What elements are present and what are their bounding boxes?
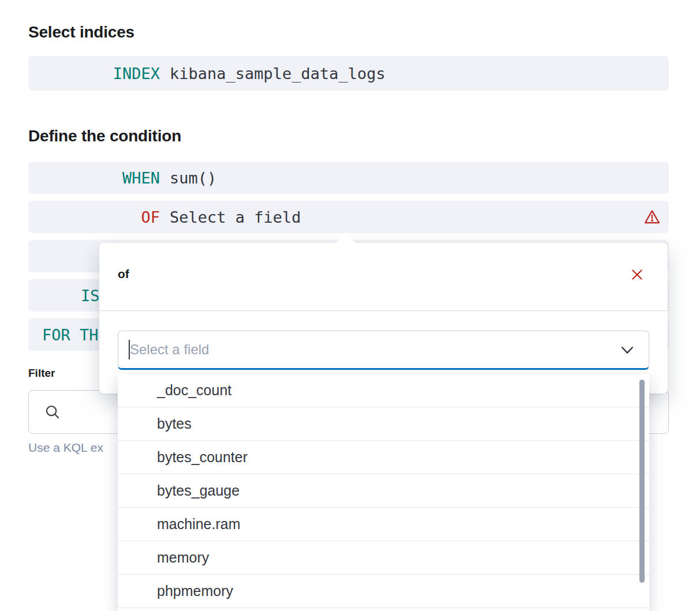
field-option-label: phpmemory xyxy=(157,583,233,599)
define-condition-heading: Define the condition xyxy=(28,127,181,145)
field-option-label: bytes_counter xyxy=(157,449,248,466)
index-keyword: INDEX xyxy=(28,65,160,83)
field-select-combobox[interactable]: Select a field xyxy=(118,331,649,370)
field-option[interactable]: machine.ram xyxy=(118,508,649,541)
when-value: sum() xyxy=(170,169,216,187)
field-option-label: _doc_count xyxy=(157,382,231,399)
field-option[interactable]: _doc_count xyxy=(118,374,649,407)
of-value: Select a field xyxy=(170,208,301,226)
chevron-down-icon[interactable] xyxy=(619,341,636,358)
when-expression[interactable]: WHEN sum() xyxy=(28,162,669,194)
of-popover: of Select a field xyxy=(99,243,668,393)
popover-divider xyxy=(99,310,668,311)
combobox-placeholder: Select a field xyxy=(130,342,209,358)
of-keyword: OF xyxy=(28,208,160,226)
close-icon xyxy=(630,274,645,284)
field-option-label: memory xyxy=(157,549,209,566)
filter-label: Filter xyxy=(28,367,55,380)
search-icon xyxy=(44,403,61,421)
scrollbar-thumb[interactable] xyxy=(639,380,645,583)
kql-hint-text: Use a KQL ex xyxy=(28,441,103,455)
is-keyword: IS xyxy=(81,287,100,305)
of-expression[interactable]: OF Select a field xyxy=(28,201,669,233)
field-option[interactable]: bytes_gauge xyxy=(118,474,649,508)
field-option-label: machine.ram xyxy=(157,516,241,533)
popover-title: of xyxy=(118,267,129,281)
warning-triangle-icon xyxy=(643,208,661,226)
when-keyword: WHEN xyxy=(28,169,160,187)
field-option[interactable]: memory xyxy=(118,541,649,575)
for-the-keyword: FOR TH xyxy=(42,326,99,344)
select-indices-heading: Select indices xyxy=(28,23,134,42)
close-button[interactable] xyxy=(630,267,645,282)
index-value: kibana_sample_data_logs xyxy=(170,65,385,83)
field-option[interactable]: bytes xyxy=(118,407,649,441)
field-option[interactable]: bytes_counter xyxy=(118,441,649,474)
field-option-label: bytes_gauge xyxy=(157,482,239,499)
index-expression[interactable]: INDEX kibana_sample_data_logs xyxy=(28,56,669,91)
field-option[interactable]: phpmemory xyxy=(118,575,649,608)
field-option-label: bytes xyxy=(157,415,192,432)
field-options-list: _doc_count bytes bytes_counter bytes_gau… xyxy=(118,374,649,611)
popover-arrow xyxy=(335,233,357,254)
